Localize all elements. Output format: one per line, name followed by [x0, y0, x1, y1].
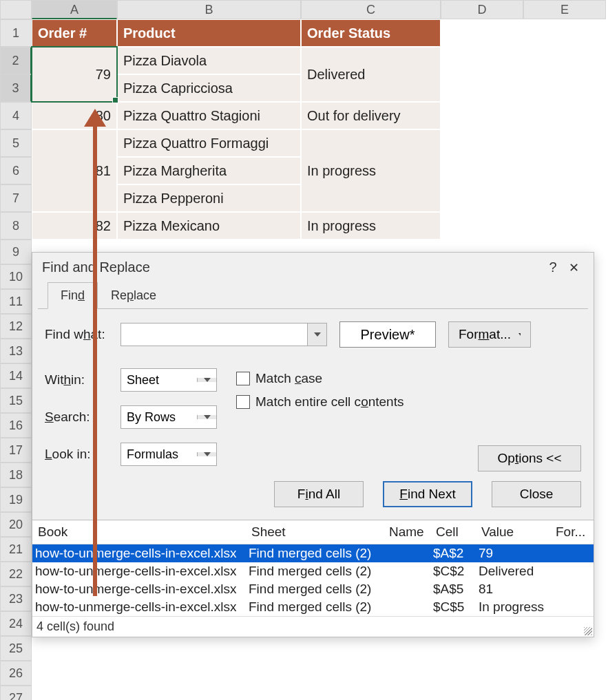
- cell-D8[interactable]: [441, 212, 523, 240]
- cell-B7[interactable]: Pizza Pepperoni: [117, 184, 301, 212]
- header-status[interactable]: Order Status: [301, 19, 441, 47]
- row-header-16[interactable]: 16: [0, 413, 32, 438]
- row-header-9[interactable]: 9: [0, 240, 32, 264]
- tab-replace[interactable]: Replace: [98, 282, 169, 308]
- results-col-cell[interactable]: Cell: [433, 523, 479, 541]
- results-row[interactable]: how-to-unmerge-cells-in-excel.xlsx Find …: [32, 598, 594, 616]
- row-header-3[interactable]: 3: [0, 74, 32, 102]
- match-contents-checkbox[interactable]: Match entire cell contents: [236, 394, 403, 410]
- row-header-5[interactable]: 5: [0, 129, 32, 157]
- cell-D6[interactable]: [441, 157, 523, 184]
- dialog-titlebar[interactable]: Find and Replace ? ✕: [32, 253, 594, 282]
- cell-D1[interactable]: [441, 19, 523, 47]
- cell-E4[interactable]: [523, 102, 606, 129]
- cell-E3[interactable]: [523, 74, 606, 102]
- row-header-8[interactable]: 8: [0, 212, 32, 240]
- col-header-E[interactable]: E: [523, 0, 606, 19]
- row-header-27[interactable]: 27: [0, 686, 32, 700]
- cell-B6[interactable]: Pizza Margherita: [117, 157, 301, 184]
- row-header-17[interactable]: 17: [0, 438, 32, 463]
- row-header-14[interactable]: 14: [0, 363, 32, 388]
- select-all-corner[interactable]: [0, 0, 32, 19]
- cell-B8[interactable]: Pizza Mexicano: [117, 212, 301, 240]
- options-button[interactable]: Options <<: [478, 445, 581, 471]
- row-header-24[interactable]: 24: [0, 611, 32, 636]
- cell-E1[interactable]: [523, 19, 606, 47]
- cell-E8[interactable]: [523, 212, 606, 240]
- results-header[interactable]: Book Sheet Name Cell Value For...: [32, 520, 594, 544]
- cell-C4[interactable]: Out for delivery: [301, 102, 441, 129]
- row-header-26[interactable]: 26: [0, 661, 32, 686]
- cell-B5[interactable]: Pizza Quattro Formaggi: [117, 129, 301, 157]
- cell-D3[interactable]: [441, 74, 523, 102]
- row-header-22[interactable]: 22: [0, 562, 32, 586]
- findwhat-dropdown-icon[interactable]: [307, 324, 326, 346]
- cell-E2[interactable]: [523, 47, 606, 74]
- search-select[interactable]: By Rows: [120, 405, 217, 429]
- results-col-name[interactable]: Name: [386, 523, 433, 541]
- cell-C8[interactable]: In progress: [301, 212, 441, 240]
- results-row[interactable]: how-to-unmerge-cells-in-excel.xlsx Find …: [32, 544, 594, 562]
- results-col-book[interactable]: Book: [35, 523, 249, 541]
- row-header-4[interactable]: 4: [0, 102, 32, 129]
- results-col-sheet[interactable]: Sheet: [249, 523, 386, 541]
- row-header-21[interactable]: 21: [0, 537, 32, 562]
- close-icon[interactable]: ✕: [563, 260, 584, 275]
- format-button[interactable]: Format...: [448, 321, 531, 348]
- cell-E5[interactable]: [523, 129, 606, 157]
- cell-D7[interactable]: [441, 184, 523, 212]
- dialog-tabs: Find Replace: [38, 282, 588, 309]
- header-product[interactable]: Product: [117, 19, 301, 47]
- row-header-23[interactable]: 23: [0, 586, 32, 611]
- row-header-13[interactable]: 13: [0, 339, 32, 363]
- help-icon[interactable]: ?: [543, 259, 563, 275]
- row-header-12[interactable]: 12: [0, 314, 32, 339]
- cell-D5[interactable]: [441, 129, 523, 157]
- lookin-select[interactable]: Formulas: [120, 443, 217, 466]
- cell-row27[interactable]: [32, 686, 606, 700]
- row-header-20[interactable]: 20: [0, 512, 32, 537]
- cell-C5[interactable]: In progress: [301, 129, 441, 212]
- header-order[interactable]: Order #: [32, 19, 117, 47]
- col-header-D[interactable]: D: [441, 0, 523, 19]
- cell-E7[interactable]: [523, 184, 606, 212]
- cell-A5[interactable]: 81: [32, 129, 117, 212]
- cell-B2[interactable]: Pizza Diavola: [117, 47, 301, 74]
- row-header-15[interactable]: 15: [0, 388, 32, 413]
- cell-A2[interactable]: 79: [32, 47, 117, 102]
- row-header-2[interactable]: 2: [0, 47, 32, 74]
- cell-B3[interactable]: Pizza Capricciosa: [117, 74, 301, 102]
- cell-row25[interactable]: [32, 636, 606, 661]
- resize-grip-icon[interactable]: [584, 627, 592, 635]
- findwhat-input[interactable]: [120, 323, 327, 346]
- row-header-11[interactable]: 11: [0, 289, 32, 314]
- col-header-B[interactable]: B: [117, 0, 301, 19]
- row-header-10[interactable]: 10: [0, 264, 32, 289]
- row-header-19[interactable]: 19: [0, 487, 32, 512]
- cell-row26[interactable]: [32, 661, 606, 686]
- find-all-button[interactable]: Find All: [274, 481, 364, 507]
- row-header-6[interactable]: 6: [0, 157, 32, 184]
- cell-B4[interactable]: Pizza Quattro Stagioni: [117, 102, 301, 129]
- cell-A8[interactable]: 82: [32, 212, 117, 240]
- cell-C2[interactable]: Delivered: [301, 47, 441, 102]
- tab-find[interactable]: Find: [48, 282, 98, 309]
- row-header-7[interactable]: 7: [0, 184, 32, 212]
- findwhat-field[interactable]: [121, 324, 307, 346]
- results-col-value[interactable]: Value: [479, 523, 553, 541]
- row-header-25[interactable]: 25: [0, 636, 32, 661]
- results-row[interactable]: how-to-unmerge-cells-in-excel.xlsx Find …: [32, 580, 594, 598]
- cell-D2[interactable]: [441, 47, 523, 74]
- col-header-C[interactable]: C: [301, 0, 441, 19]
- results-col-formula[interactable]: For...: [553, 523, 584, 541]
- row-header-1[interactable]: 1: [0, 19, 32, 47]
- results-row[interactable]: how-to-unmerge-cells-in-excel.xlsx Find …: [32, 562, 594, 580]
- find-next-button[interactable]: Find Next: [383, 481, 472, 507]
- col-header-A[interactable]: A: [32, 0, 117, 19]
- cell-D4[interactable]: [441, 102, 523, 129]
- row-header-18[interactable]: 18: [0, 463, 32, 487]
- cell-E6[interactable]: [523, 157, 606, 184]
- close-button[interactable]: Close: [492, 481, 581, 507]
- match-case-checkbox[interactable]: Match case: [236, 371, 403, 386]
- within-select[interactable]: Sheet: [120, 368, 217, 392]
